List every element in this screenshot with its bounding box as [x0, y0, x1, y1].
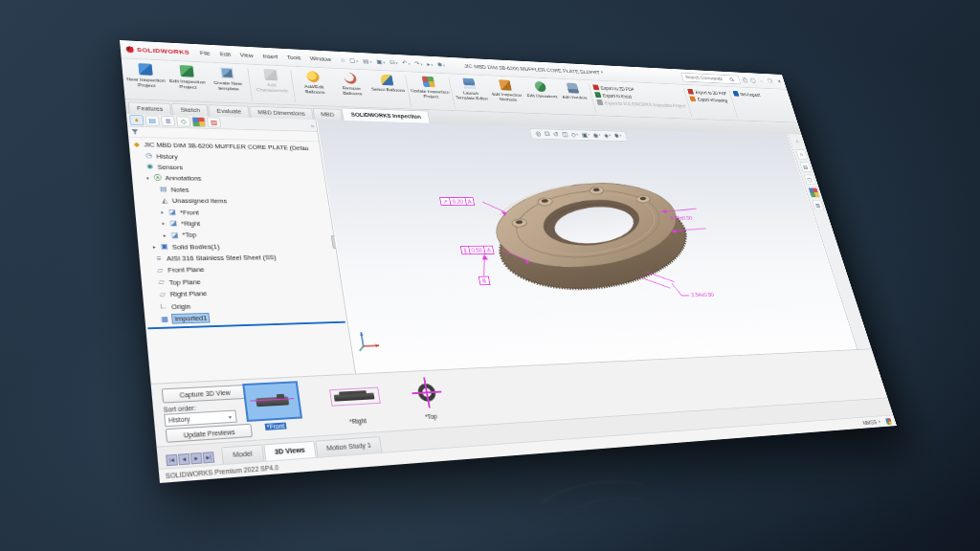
design-library-icon[interactable]: ▤	[799, 162, 812, 172]
select-icon[interactable]: ▸▾	[426, 61, 433, 68]
export-edrawing-button[interactable]: Export eDrawing	[690, 96, 730, 102]
view-label-top[interactable]: *Top	[405, 411, 457, 421]
panel-tabs-overflow-icon[interactable]: »	[310, 122, 314, 127]
open-icon[interactable]: ▤▾	[363, 57, 372, 64]
custom-properties-icon[interactable]: ▥	[812, 200, 824, 210]
login-icon[interactable]	[749, 77, 756, 83]
help-icon[interactable]: ?	[742, 77, 748, 83]
thickness-dimension[interactable]: 2.54±0.50	[690, 291, 714, 298]
view-thumbnail-right[interactable]	[325, 377, 384, 416]
inspection-addin-tab-icon[interactable]: ▨	[207, 117, 221, 127]
home-icon[interactable]: ⌂	[795, 149, 808, 160]
home-icon[interactable]: ⌂	[340, 56, 345, 63]
view-label-front[interactable]: *Front	[247, 421, 303, 431]
inspection-project-icon	[596, 99, 603, 105]
view-thumbnail-front[interactable]	[242, 381, 302, 422]
edit-inspection-project-button[interactable]: Edit Inspection Project	[165, 62, 210, 101]
units-selector[interactable]: MMGS ▼	[862, 419, 882, 426]
restore-button[interactable]: ❐	[768, 78, 773, 84]
menu-edit[interactable]: Edit	[219, 51, 231, 58]
update-inspection-project-button[interactable]: Update Inspection Project	[407, 74, 454, 110]
height-dimension[interactable]: 8.89±0.50	[669, 214, 693, 221]
search-input[interactable]	[683, 74, 729, 81]
window-controls: – ❐ ✕	[759, 77, 782, 84]
tree-item-front-view[interactable]: ▸◪*Front	[135, 207, 331, 218]
solidworks-logo: SOLIDWORKS	[125, 46, 189, 55]
export-3d-pdf-button[interactable]: Export to 3D PDF	[687, 89, 727, 96]
chevron-down-icon: ▼	[227, 413, 233, 419]
status-text: SOLIDWORKS Premium 2022 SP4.0	[166, 464, 279, 479]
select-balloons-button[interactable]: Select Balloons	[367, 72, 410, 109]
menu-insert[interactable]: Insert	[262, 53, 278, 60]
add-edit-balloons-button[interactable]: Add/Edit Balloons	[293, 68, 337, 106]
minimize-button[interactable]: –	[759, 77, 764, 83]
gdt-runout-frame[interactable]: ↗0.20A	[439, 197, 475, 206]
solidworks-window: SOLIDWORKS File Edit View Insert Tools W…	[120, 40, 897, 483]
last-tab-icon[interactable]: ▶|	[202, 452, 214, 463]
tab-sketch[interactable]: Sketch	[171, 103, 209, 117]
file-explorer-icon[interactable]: ▢	[803, 174, 815, 185]
menu-window[interactable]: Window	[309, 55, 331, 63]
create-new-template-button[interactable]: Create New template	[206, 64, 251, 103]
datum-b-flag[interactable]: B	[479, 276, 490, 286]
save-icon[interactable]: ▣▾	[376, 58, 386, 65]
net-inspect-button[interactable]: Net-Inspect	[732, 91, 760, 98]
search-commands-box[interactable]	[680, 72, 741, 83]
edit-inspection-project-icon	[179, 65, 193, 77]
menu-file[interactable]: File	[200, 50, 212, 57]
add-characteristic-icon	[263, 69, 278, 80]
first-tab-icon[interactable]: |◀	[166, 454, 178, 466]
appearances-icon[interactable]: ●	[808, 187, 820, 198]
gdt-parallelism-frame[interactable]: ∥0.50A	[460, 246, 495, 255]
capture-3d-view-button[interactable]: Capture 3D View	[162, 385, 248, 404]
solidworks-gear-icon	[125, 46, 134, 54]
update-inspection-project-icon	[421, 77, 434, 88]
add-characteristic-button[interactable]: Add Characteristic	[250, 66, 294, 104]
tree-item-right-view[interactable]: ▸◪*Right	[136, 218, 332, 230]
next-tab-icon[interactable]: ▶	[190, 452, 203, 464]
brand-name: SOLIDWORKS	[137, 46, 190, 55]
chevron-down-icon: ▼	[878, 420, 881, 424]
select-balloons-icon	[380, 75, 393, 86]
origin-triad-icon	[355, 324, 386, 352]
edit-operations-icon	[533, 81, 546, 92]
display-manager-tab-icon[interactable]: ●	[191, 117, 206, 127]
annotation-leaders	[317, 120, 857, 373]
options-icon[interactable]: ✱▾	[436, 61, 445, 68]
print-icon[interactable]: ⊟▾	[390, 59, 399, 66]
tab-mbd[interactable]: MBD	[313, 108, 343, 121]
pdf-icon	[592, 84, 599, 90]
export-inspection-project-button[interactable]: Export to SOLIDWORKS Inspection Project	[596, 99, 686, 108]
view-label-right[interactable]: *Right	[331, 416, 385, 426]
export-group: Export to 2D PDF Export to Excel Export …	[591, 82, 689, 119]
edit-inspection-methods-icon	[499, 79, 512, 90]
new-inspection-project-button[interactable]: New Inspection Project	[123, 60, 169, 100]
document-title: JIC MBD DIM 3B-6200 MUFFLER CORE PLATE.S…	[463, 63, 604, 77]
filter-funnel-icon	[131, 129, 138, 134]
tree-item-unassigned-items[interactable]: ◭Unassigned Items	[134, 195, 329, 208]
edrawing-icon	[690, 96, 697, 101]
property-manager-tab-icon[interactable]: ▤	[145, 115, 160, 125]
top-view-preview	[416, 384, 436, 403]
menu-tools[interactable]: Tools	[286, 54, 301, 61]
dimxpert-manager-tab-icon[interactable]: ◇	[176, 116, 190, 126]
graphics-viewport[interactable]: ◎ ⊡ ↺ ◫ ◇▾ ▣▾ ◉▾ ◈▾ ✱▾	[317, 120, 857, 373]
undo-icon[interactable]: ↶▾	[402, 59, 411, 66]
net-inspect-icon	[732, 91, 739, 97]
new-inspection-project-icon	[138, 63, 152, 76]
search-icon[interactable]	[729, 77, 734, 81]
excel-icon	[594, 92, 601, 98]
menu-view[interactable]: View	[239, 52, 254, 59]
close-button[interactable]: ✕	[776, 78, 782, 84]
redo-icon[interactable]: ↷▾	[414, 60, 423, 67]
view-thumbnail-top[interactable]	[398, 373, 455, 411]
configuration-manager-tab-icon[interactable]: ≣	[161, 116, 175, 126]
new-document-icon[interactable]: ▢▾	[348, 57, 358, 64]
prev-tab-icon[interactable]: ◀	[178, 453, 190, 465]
menu-bar: File Edit View Insert Tools Window	[200, 50, 332, 63]
feature-manager-tab-icon[interactable]: ♦	[129, 115, 145, 125]
remove-balloons-icon	[343, 73, 357, 84]
tab-nav-buttons: |◀ ◀ ▶ ▶|	[166, 452, 214, 466]
desktop-background: SOLIDWORKS File Edit View Insert Tools W…	[0, 0, 980, 551]
collapse-chevron-icon[interactable]: ∧	[791, 137, 804, 147]
